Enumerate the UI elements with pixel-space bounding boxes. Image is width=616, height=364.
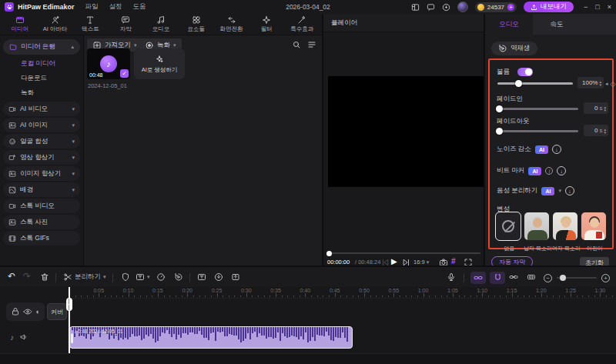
ribbon-tab-3[interactable]: 자막: [109, 15, 142, 33]
sidebar-stock-1[interactable]: 스톡 사진: [3, 215, 80, 229]
list-view-icon[interactable]: [307, 40, 316, 49]
video-canvas[interactable]: [328, 76, 484, 187]
play-icon[interactable]: ▶: [391, 257, 397, 265]
track-mute-icon[interactable]: ◐: [35, 308, 39, 316]
chevron-down-icon[interactable]: ▾: [558, 188, 561, 194]
volume-slider[interactable]: [497, 82, 573, 85]
voice-option-3[interactable]: [581, 212, 607, 241]
inspector-tab-1[interactable]: 속도: [533, 14, 581, 35]
ribbon-tab-7[interactable]: 필터: [249, 15, 283, 33]
media-clip-card[interactable]: ♪ 00:48 ✓: [87, 48, 130, 79]
download-clip-icon[interactable]: [214, 272, 223, 282]
sidebar-group-4[interactable]: 이미지 향상기▾: [3, 166, 80, 181]
zoom-out-icon[interactable]: −: [544, 274, 552, 282]
download-center-icon[interactable]: [442, 3, 450, 12]
volume-value-box[interactable]: 100% ▴▾: [578, 77, 604, 88]
sidebar-group-2[interactable]: 얼굴 합성▾: [3, 134, 80, 149]
user-avatar[interactable]: [457, 2, 468, 12]
fade-out-value-box[interactable]: 0 s ▴▾: [584, 125, 608, 136]
redo-icon[interactable]: ↷: [23, 271, 31, 282]
mask-icon[interactable]: [121, 272, 130, 282]
magnet-toggle-icon[interactable]: [490, 272, 505, 284]
menu-item-1[interactable]: 설정: [109, 2, 122, 12]
timeline-zoom-slider[interactable]: [557, 277, 597, 279]
speed-icon[interactable]: [156, 272, 166, 282]
clip-trim-handle[interactable]: [71, 333, 73, 343]
menu-item-0[interactable]: 파일: [85, 2, 99, 12]
export-clip-icon[interactable]: [231, 272, 240, 282]
subtitle-tool-icon[interactable]: [197, 272, 206, 282]
ribbon-tab-8[interactable]: 특수효과: [285, 15, 319, 33]
zoom-in-icon[interactable]: +: [601, 274, 610, 282]
download-icon[interactable]: ↓: [557, 166, 566, 175]
sidebar-group-3[interactable]: 영상 향상기▾: [3, 150, 80, 165]
sidebar-group-1[interactable]: AI 이미지▾: [3, 118, 80, 132]
playhead-handle[interactable]: [66, 298, 72, 311]
maximize-button[interactable]: □: [595, 3, 599, 11]
sidebar-item-1[interactable]: 다운로드: [0, 71, 83, 85]
ratio-selector[interactable]: 16:9 ▾: [413, 259, 429, 265]
fade-in-knob[interactable]: [496, 105, 503, 112]
zoom-knob[interactable]: [560, 275, 566, 281]
fade-out-knob[interactable]: [496, 128, 503, 135]
ribbon-tab-4[interactable]: 오디오: [144, 15, 178, 33]
ribbon-tab-0[interactable]: 미디어: [3, 15, 37, 33]
ribbon-tab-6[interactable]: 화면전환: [215, 15, 249, 33]
voice-option-2[interactable]: [552, 212, 578, 241]
grid-toggle-icon[interactable]: #: [451, 257, 456, 265]
reverse-clip-icon[interactable]: [174, 272, 183, 282]
fade-in-value-box[interactable]: 0 s ▴▾: [584, 102, 608, 114]
sidebar-stock-2[interactable]: 스톡 GIFs: [3, 231, 80, 245]
coin-balance[interactable]: 24537 +: [475, 2, 517, 12]
player-progress-bar[interactable]: [328, 252, 480, 254]
export-button[interactable]: 내보내기: [524, 2, 574, 12]
stepper-icon[interactable]: ▴▾: [604, 105, 606, 112]
sidebar-group-5[interactable]: 배경▾: [3, 182, 80, 197]
split-button[interactable]: 분리하기 ▾: [63, 272, 106, 282]
mic-icon[interactable]: [447, 272, 456, 282]
info-icon[interactable]: i: [545, 167, 553, 175]
link-toggle-icon[interactable]: [470, 272, 486, 284]
track-lock-icon[interactable]: [11, 307, 20, 316]
fade-out-slider[interactable]: [497, 130, 578, 132]
download-icon[interactable]: ↓: [552, 145, 561, 154]
search-icon[interactable]: [292, 40, 301, 49]
menu-item-2[interactable]: 도움: [133, 2, 146, 12]
sidebar-media-bank[interactable]: 미디어 은행▴: [3, 39, 80, 55]
delete-icon[interactable]: [40, 272, 49, 282]
playhead[interactable]: [69, 287, 70, 353]
sidebar-item-0[interactable]: 로컬 미디어: [0, 56, 83, 71]
timeline-ruler[interactable]: 0:050:100:150:200:250:300:350:400:450:50…: [69, 287, 616, 299]
inspector-tab-0[interactable]: 오디오: [485, 14, 533, 35]
close-button[interactable]: ×: [608, 3, 611, 11]
feedback-icon[interactable]: [427, 3, 435, 12]
text-tool-button[interactable]: ▾: [136, 272, 150, 282]
track-speaker-icon[interactable]: [19, 332, 28, 342]
volume-slider-knob[interactable]: [515, 80, 522, 87]
ai-generate-card[interactable]: AI로 생성하기: [134, 48, 185, 79]
stepper-icon[interactable]: ▴▾: [604, 128, 606, 134]
sidebar-group-0[interactable]: AI 비디오▾: [3, 102, 80, 116]
download-icon[interactable]: ↓: [565, 186, 574, 195]
volume-toggle[interactable]: [517, 68, 533, 76]
cover-button[interactable]: 커버: [47, 303, 67, 320]
sidebar-stock-0[interactable]: 스톡 비디오: [3, 199, 80, 213]
reverse-play-button[interactable]: 역재생: [491, 42, 537, 55]
sidebar-item-2[interactable]: 녹화: [0, 85, 83, 100]
ribbon-tab-1[interactable]: AI 아바타: [38, 15, 72, 33]
add-coins-icon[interactable]: +: [507, 4, 514, 11]
unlink-icon[interactable]: [509, 272, 518, 282]
fit-timeline-icon[interactable]: [527, 272, 536, 282]
minimize-button[interactable]: −: [584, 3, 588, 11]
keyframe-controls[interactable]: ◂◇▸: [605, 80, 616, 88]
ribbon-tab-2[interactable]: 텍스트: [74, 15, 108, 33]
layout-icon[interactable]: [411, 3, 420, 12]
track-visibility-icon[interactable]: [23, 307, 32, 316]
progress-knob[interactable]: [326, 251, 332, 256]
stepper-icon[interactable]: ▴▾: [599, 80, 601, 86]
fade-in-slider[interactable]: [497, 108, 578, 110]
undo-icon[interactable]: ↶: [8, 271, 15, 282]
voice-option-1[interactable]: [524, 212, 550, 241]
ribbon-tab-5[interactable]: 요소들: [179, 15, 213, 33]
voice-option-0[interactable]: [495, 212, 521, 241]
